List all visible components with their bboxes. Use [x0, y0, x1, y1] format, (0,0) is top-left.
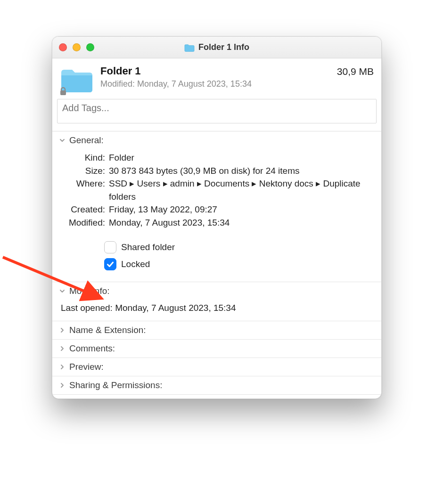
chevron-right-icon [59, 382, 66, 389]
window-title-text: Folder 1 Info [198, 42, 249, 52]
created-value: Friday, 13 May 2022, 09:27 [109, 203, 373, 216]
close-window-button[interactable] [59, 43, 67, 51]
created-label: Created: [61, 203, 109, 216]
item-name: Folder 1 [100, 65, 330, 77]
section-title: Comments: [69, 343, 115, 354]
locked-checkbox[interactable] [104, 258, 116, 270]
item-modified: Modified: Monday, 7 August 2023, 15:34 [100, 79, 330, 89]
chevron-right-icon [59, 327, 66, 333]
section-comments: Comments: [52, 339, 381, 358]
kind-label: Kind: [61, 151, 109, 164]
section-name-extension-header[interactable]: Name & Extension: [52, 321, 381, 339]
window-title: Folder 1 Info [52, 42, 381, 52]
window-controls [59, 43, 94, 51]
section-title: Sharing & Permissions: [69, 380, 162, 390]
titlebar: Folder 1 Info [52, 37, 381, 58]
chevron-right-icon [59, 345, 66, 352]
section-title: Preview: [69, 362, 104, 372]
kind-value: Folder [109, 151, 373, 164]
last-opened-label: Last opened: [61, 303, 113, 313]
zoom-window-button[interactable] [86, 43, 94, 51]
last-opened-value: Monday, 7 August 2023, 15:34 [115, 303, 236, 313]
folder-icon [60, 66, 94, 94]
section-sharing: Sharing & Permissions: [52, 376, 381, 395]
chevron-down-icon [59, 288, 66, 294]
section-title: General: [69, 135, 104, 146]
section-sharing-header[interactable]: Sharing & Permissions: [52, 376, 381, 394]
info-window: Folder 1 Info Folder 1 Modified: Monday,… [52, 36, 382, 399]
where-label: Where: [61, 177, 109, 203]
item-size: 30,9 MB [337, 66, 374, 77]
size-value: 30 873 843 bytes (30,9 MB on disk) for 2… [109, 164, 373, 178]
size-label: Size: [61, 164, 109, 178]
folder-icon [184, 43, 195, 52]
modified-value: Monday, 7 August 2023, 15:34 [109, 216, 373, 229]
section-preview-header[interactable]: Preview: [52, 358, 381, 376]
section-title: Name & Extension: [69, 325, 146, 335]
section-name-extension: Name & Extension: [52, 321, 381, 339]
minimize-window-button[interactable] [73, 43, 81, 51]
modified-label: Modified: [61, 216, 109, 229]
chevron-down-icon [59, 137, 66, 144]
shared-folder-checkbox[interactable] [104, 241, 116, 253]
where-value: SSD ▸ Users ▸ admin ▸ Documents ▸ Nekton… [109, 177, 373, 203]
section-more-info: More Info: Last opened: Monday, 7 August… [52, 282, 381, 321]
shared-folder-label: Shared folder [121, 242, 175, 252]
section-more-info-header[interactable]: More Info: [52, 282, 381, 300]
section-comments-header[interactable]: Comments: [52, 340, 381, 358]
locked-label: Locked [121, 259, 150, 269]
tags-input[interactable] [57, 99, 377, 123]
item-header: Folder 1 Modified: Monday, 7 August 2023… [52, 58, 381, 99]
section-general-header[interactable]: General: [52, 131, 381, 149]
lock-icon [59, 87, 67, 96]
chevron-right-icon [59, 364, 66, 370]
section-preview: Preview: [52, 358, 381, 376]
section-general: General: Kind: Folder Size: 30 873 843 b… [52, 131, 381, 282]
section-title: More Info: [69, 286, 110, 296]
svg-rect-0 [60, 90, 66, 95]
